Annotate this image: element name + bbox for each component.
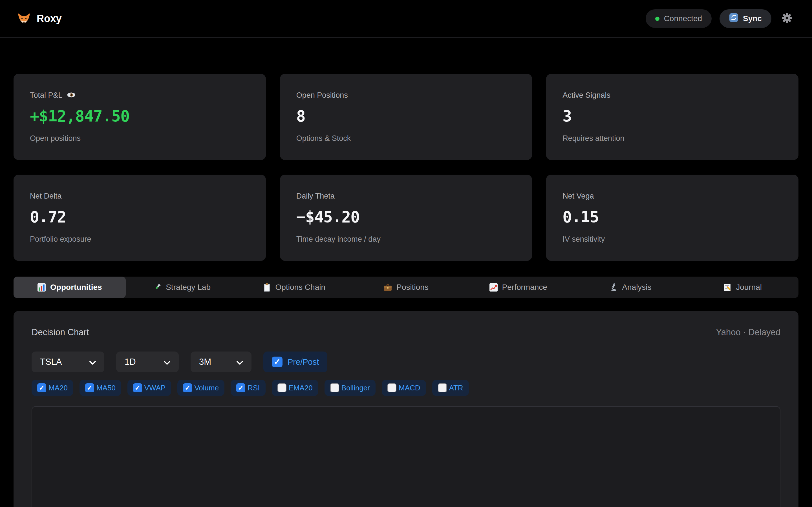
brand: Roxy [17,13,62,24]
indicator-checkbox[interactable] [330,383,339,392]
indicator-ma50[interactable]: MA50 [80,380,121,396]
briefcase-icon [384,283,392,292]
stats-grid: Total P&L +$12,847.50 Open positions Ope… [13,74,799,261]
symbol-select-value: TSLA [40,357,62,367]
chevron-down-icon [164,357,170,367]
tab-label: Journal [736,283,762,292]
main-content: Total P&L +$12,847.50 Open positions Ope… [0,74,812,507]
tab-journal[interactable]: Journal [686,277,799,298]
memo-icon [723,283,732,292]
tab-opportunities[interactable]: Opportunities [13,277,126,298]
stat-subtitle: Open positions [30,134,250,143]
prepost-checkbox[interactable] [272,356,283,367]
range-select-value: 3M [199,357,211,367]
interval-select[interactable]: 1D [116,351,179,372]
connection-status-badge: Connected [646,9,712,28]
tab-performance[interactable]: Performance [462,277,574,298]
indicator-atr[interactable]: ATR [432,380,469,396]
header-actions: Connected Sync [646,9,795,28]
stat-value: 0.15 [562,208,782,226]
symbol-select[interactable]: TSLA [32,351,104,372]
stat-label: Daily Theta [296,192,335,201]
test-tube-icon [153,283,161,292]
gear-icon [781,12,793,25]
indicator-toggles: MA20 MA50 VWAP Volume RSI EMA20 [32,380,780,396]
tab-label: Performance [502,283,547,292]
sync-icon [729,13,739,24]
indicator-macd[interactable]: MACD [382,380,426,396]
tab-label: Opportunities [50,283,102,292]
tab-options-chain[interactable]: Options Chain [238,277,350,298]
microscope-icon [609,283,618,292]
range-select[interactable]: 3M [191,351,252,372]
indicator-checkbox[interactable] [85,383,94,392]
stat-value: +$12,847.50 [30,107,250,125]
stat-subtitle: Requires attention [562,134,782,143]
chart-canvas-placeholder [32,406,780,507]
sync-button[interactable]: Sync [719,9,771,28]
stat-label: Total P&L [30,91,63,100]
indicator-ema20[interactable]: EMA20 [272,380,318,396]
eye-icon[interactable] [67,93,75,99]
indicator-label: MACD [399,384,420,392]
connection-status-label: Connected [664,14,702,23]
stat-subtitle: Portfolio exposure [30,235,250,244]
indicator-checkbox[interactable] [183,383,192,392]
stat-value: 0.72 [30,208,250,226]
tab-strategy-lab[interactable]: Strategy Lab [126,277,238,298]
indicator-ma20[interactable]: MA20 [32,380,73,396]
indicator-label: VWAP [144,384,166,392]
indicator-checkbox[interactable] [133,383,142,392]
stat-label: Active Signals [562,91,610,100]
stat-label: Net Vega [562,192,594,201]
data-source-label: Yahoo · Delayed [716,327,780,337]
indicator-label: MA50 [96,384,116,392]
stat-subtitle: Options & Stock [296,134,516,143]
stat-card-total-pnl: Total P&L +$12,847.50 Open positions [13,74,266,160]
sync-button-label: Sync [743,14,762,23]
stat-value: 3 [562,107,782,125]
stat-card-net-vega: Net Vega 0.15 IV sensitivity [546,175,799,261]
stat-subtitle: Time decay income / day [296,235,516,244]
stat-card-open-positions: Open Positions 8 Options & Stock [280,74,532,160]
stat-card-daily-theta: Daily Theta −$45.20 Time decay income / … [280,175,532,261]
tab-positions[interactable]: Positions [350,277,462,298]
tab-label: Analysis [622,283,651,292]
decision-chart-panel: Decision Chart Yahoo · Delayed TSLA 1D 3… [13,311,799,507]
chart-up-icon [489,283,498,292]
indicator-label: MA20 [49,384,68,392]
stat-label: Net Delta [30,192,62,201]
bar-chart-icon [37,283,46,292]
indicator-volume[interactable]: Volume [177,380,224,396]
indicator-checkbox[interactable] [236,383,245,392]
indicator-checkbox[interactable] [388,383,396,392]
clipboard-icon [262,283,271,292]
tab-label: Strategy Lab [166,283,211,292]
indicator-checkbox[interactable] [277,383,287,392]
indicator-label: RSI [248,384,260,392]
indicator-vwap[interactable]: VWAP [128,380,171,396]
status-dot-icon [655,17,659,21]
stat-card-active-signals: Active Signals 3 Requires attention [546,74,799,160]
stat-subtitle: IV sensitivity [562,235,782,244]
indicator-label: ATR [449,384,463,392]
indicator-label: Volume [194,384,219,392]
chevron-down-icon [89,357,96,367]
prepost-label: Pre/Post [288,357,319,367]
chart-controls: TSLA 1D 3M Pre/Post [32,351,780,372]
tab-label: Options Chain [275,283,325,292]
indicator-label: Bollinger [342,384,370,392]
stat-card-net-delta: Net Delta 0.72 Portfolio exposure [13,175,266,261]
tab-analysis[interactable]: Analysis [574,277,687,298]
panel-title: Decision Chart [32,327,89,337]
settings-button[interactable] [779,11,795,26]
tab-label: Positions [396,283,428,292]
prepost-toggle[interactable]: Pre/Post [263,351,327,372]
fox-logo-icon [17,13,31,24]
indicator-bollinger[interactable]: Bollinger [324,380,375,396]
stat-value: −$45.20 [296,208,516,226]
indicator-checkbox[interactable] [438,383,447,392]
chevron-down-icon [237,357,243,367]
indicator-rsi[interactable]: RSI [231,380,265,396]
indicator-checkbox[interactable] [37,383,46,392]
